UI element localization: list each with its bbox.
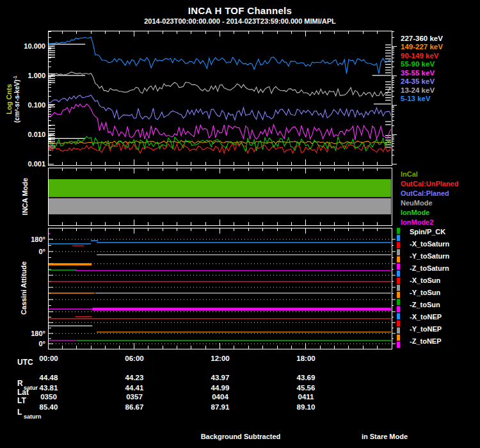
table-cell: 86.67 bbox=[125, 403, 144, 411]
utc-axis-label: UTC bbox=[17, 358, 33, 367]
attitude-lines bbox=[49, 234, 396, 344]
row-label-r: R bbox=[17, 379, 23, 388]
table-cell: 44.99 bbox=[211, 384, 230, 392]
legend-mode-outcal-planed: OutCal:Planed bbox=[401, 189, 449, 197]
table-cell: 0357 bbox=[126, 393, 143, 401]
attitude-strip-segment bbox=[397, 242, 400, 248]
attitude-ytick-180-top: 180° bbox=[17, 236, 45, 243]
legend-energy-227-360: 227-360 keV bbox=[401, 35, 443, 42]
attitude-strip-segment bbox=[397, 342, 400, 348]
attitude-strip-segment bbox=[397, 278, 400, 284]
plot-page: INCA H TOF Channels 2014-023T00:00:00.00… bbox=[0, 0, 480, 448]
attitude-strip-segment bbox=[397, 264, 400, 270]
legend-att-z-saturn: -Z_toSaturn bbox=[410, 264, 449, 272]
attitude-strip-segment bbox=[397, 299, 400, 305]
row-label-l: L bbox=[17, 408, 22, 417]
attitude-strip-segment bbox=[397, 313, 400, 319]
page-title: INCA H TOF Channels bbox=[188, 5, 292, 16]
legend-att-x-sun: -X_toSun bbox=[410, 276, 440, 284]
spectra-series bbox=[48, 37, 392, 154]
row-label-lt: LT bbox=[17, 396, 26, 405]
legend-energy-90-149: 90-149 keV bbox=[401, 52, 438, 60]
legend-att-x-nep: -X_toNEP bbox=[410, 313, 442, 321]
attitude-ytick-180-bot: 180° bbox=[17, 330, 45, 337]
utc-tick-1800: 18:00 bbox=[296, 355, 315, 362]
legend-att-y-saturn: -Y_toSaturn bbox=[410, 252, 449, 260]
attitude-ytick-0-bot: 0° bbox=[17, 340, 45, 348]
utc-tick-0000: 00:00 bbox=[39, 355, 58, 362]
footer-stare-mode: in Stare Mode bbox=[362, 433, 408, 440]
legend-mode-outcal-unplaned: OutCal:UnPlaned bbox=[401, 180, 458, 188]
table-cell: 43.81 bbox=[40, 384, 58, 392]
legend-att-y-nep: -Y_toNEP bbox=[410, 325, 442, 333]
legend-energy-55-90: 55-90 keV bbox=[401, 60, 435, 68]
legend-att-spin: Spin/P_CK bbox=[410, 228, 445, 236]
attitude-strip-segment bbox=[397, 228, 400, 234]
table-cell: 85.40 bbox=[40, 403, 58, 411]
table-cell: 0350 bbox=[40, 393, 57, 401]
table-cell: 45.56 bbox=[297, 384, 316, 392]
attitude-strip-segment bbox=[397, 321, 400, 327]
table-cell: 44.23 bbox=[125, 374, 144, 381]
legend-energy-13-24: 13-24 keV bbox=[401, 86, 435, 94]
legend-energy-35-55: 35-55 keV bbox=[401, 69, 435, 77]
legend-att-y-sun: -Y_toSun bbox=[410, 289, 440, 296]
attitude-axis-title: Cassini Attitude bbox=[20, 247, 29, 329]
spectra-axis-title: Log Cnts (cm²-sr-s-keV)-1 bbox=[5, 52, 23, 147]
table-cell: 44.41 bbox=[125, 384, 144, 392]
attitude-strip-segment bbox=[397, 235, 400, 241]
attitude-strip-segment bbox=[397, 328, 400, 334]
spectra-axis-title-line2: (cm²-sr-s-keV)-1 bbox=[13, 52, 20, 147]
legend-mode-ionmode2: IonMode2 bbox=[401, 218, 433, 226]
attitude-strip-segment bbox=[397, 249, 400, 255]
legend-att-z-nep: -Z_toNEP bbox=[410, 337, 442, 345]
legend-energy-149-227: 149-227 keV bbox=[401, 43, 443, 51]
ytick-10: 10.000 bbox=[17, 42, 45, 50]
footer-background-subtracted: Background Subtracted bbox=[201, 433, 281, 440]
table-cell: 0411 bbox=[298, 393, 314, 401]
attitude-strip-segment bbox=[397, 292, 400, 298]
legend-energy-5-13: 5-13 keV bbox=[401, 95, 431, 102]
legend-mode-neumode: NeuMode bbox=[401, 199, 433, 207]
legend-energy-24-35: 24-35 keV bbox=[401, 77, 435, 85]
mode-axis-title: INCA Mode bbox=[21, 166, 30, 227]
utc-tick-1200: 12:00 bbox=[211, 355, 229, 362]
utc-tick-0600: 06:00 bbox=[125, 355, 143, 362]
attitude-ytick-0-top: 0° bbox=[17, 248, 45, 255]
table-cell: 44.48 bbox=[40, 374, 58, 381]
page-subtitle: 2014-023T00:00:00.000 - 2014-023T23:59:0… bbox=[144, 17, 336, 25]
attitude-strip-segment bbox=[397, 256, 400, 262]
attitude-strip-segment bbox=[397, 271, 400, 277]
attitude-strip-segment bbox=[397, 306, 400, 312]
table-cell: 89.10 bbox=[297, 403, 316, 411]
table-cell: 0404 bbox=[212, 393, 228, 401]
exponent: -1 bbox=[13, 76, 17, 79]
row-label-l-sub: saturn bbox=[24, 413, 42, 420]
table-cell: 43.69 bbox=[297, 374, 316, 381]
attitude-strip-segment bbox=[397, 285, 400, 291]
row-label-lat: Lat bbox=[17, 388, 29, 397]
attitude-strip-segment bbox=[397, 335, 400, 341]
table-cell: 87.91 bbox=[211, 403, 230, 411]
spectra-axis-title-line1: Log Cnts bbox=[5, 52, 13, 147]
legend-mode-incal: InCal bbox=[401, 170, 418, 178]
mode-bar bbox=[49, 198, 391, 214]
table-cell: 43.97 bbox=[211, 374, 230, 381]
legend-att-x-saturn: -X_toSaturn bbox=[410, 240, 449, 248]
legend-att-z-sun: -Z_toSun bbox=[410, 301, 440, 308]
mode-bar bbox=[49, 179, 391, 197]
legend-mode-ionmode: IonMode bbox=[401, 209, 429, 216]
